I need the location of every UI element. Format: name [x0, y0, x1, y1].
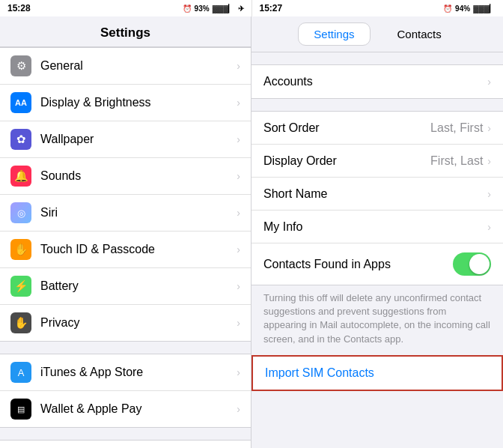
right-battery-icon: ▓▓▓▏: [473, 4, 496, 13]
import-sim-label: Import SIM Contacts: [265, 366, 374, 380]
short-name-label: Short Name: [263, 187, 487, 201]
sort-order-label: Sort Order: [263, 121, 430, 135]
touch-id-chevron: ›: [237, 243, 240, 255]
sidebar-item-general[interactable]: ⚙ General ›: [0, 48, 251, 85]
wallet-chevron: ›: [237, 403, 240, 415]
short-name-item[interactable]: Short Name ›: [252, 178, 503, 211]
right-time: 15:27: [260, 3, 283, 13]
right-panel: Settings Contacts Accounts › Sort Order …: [252, 16, 503, 448]
alarm-icon: ⏰: [183, 4, 192, 13]
left-battery-icon: ▓▓▓▏: [213, 4, 235, 13]
display-label: Display & Brightness: [40, 96, 237, 109]
spacer-1: [0, 342, 251, 354]
sounds-label: Sounds: [40, 169, 237, 183]
sounds-chevron: ›: [237, 170, 240, 182]
tab-contacts[interactable]: Contacts: [382, 23, 457, 45]
left-status-icons: ⏰ 93% ▓▓▓▏ ✈: [183, 4, 244, 13]
left-time: 15:28: [7, 3, 31, 13]
siri-chevron: ›: [237, 207, 240, 219]
import-sim-section: Import SIM Contacts: [252, 355, 503, 391]
sidebar-item-mail[interactable]: ✉ Mail ›: [0, 441, 251, 448]
my-info-label: My Info: [263, 220, 487, 234]
tab-settings[interactable]: Settings: [298, 22, 370, 46]
siri-label: Siri: [40, 206, 237, 220]
spacer-right-1: [252, 52, 503, 64]
right-content[interactable]: Accounts › Sort Order Last, First › Disp…: [252, 52, 503, 448]
display-order-value: First, Last: [430, 154, 483, 168]
general-label: General: [40, 59, 237, 73]
sidebar-item-display[interactable]: AA Display & Brightness ›: [0, 85, 251, 121]
touch-id-label: Touch ID & Passcode: [40, 243, 237, 256]
settings-group-2: A iTunes & App Store › ▤ Wallet & Apple …: [0, 354, 251, 428]
battery-label: Battery: [40, 279, 237, 293]
sidebar-item-privacy[interactable]: ✋ Privacy ›: [0, 305, 251, 341]
touch-id-icon: ✋: [10, 239, 31, 260]
privacy-label: Privacy: [40, 316, 237, 330]
accounts-item[interactable]: Accounts ›: [252, 65, 503, 98]
contacts-found-label: Contacts Found in Apps: [263, 258, 453, 271]
alarm-icon-right: ⏰: [443, 4, 452, 13]
sidebar-item-wallet[interactable]: ▤ Wallet & Apple Pay ›: [0, 391, 251, 427]
sidebar-item-battery[interactable]: ⚡ Battery ›: [0, 268, 251, 305]
right-status-bar: 15:27 ⏰ 94% ▓▓▓▏: [252, 0, 504, 16]
display-chevron: ›: [237, 97, 240, 109]
display-icon: AA: [10, 92, 31, 113]
import-sim-item[interactable]: Import SIM Contacts: [253, 357, 502, 390]
right-battery-text: 94%: [455, 4, 470, 13]
short-name-chevron: ›: [487, 188, 491, 200]
right-group-settings: Sort Order Last, First › Display Order F…: [252, 111, 503, 285]
battery-icon: ⚡: [10, 276, 31, 297]
left-status-bar: 15:28 ⏰ 93% ▓▓▓▏ ✈: [0, 0, 252, 16]
right-group-accounts: Accounts ›: [252, 64, 503, 99]
wallet-label: Wallet & Apple Pay: [40, 402, 237, 416]
wallpaper-chevron: ›: [237, 133, 240, 145]
contacts-found-item[interactable]: Contacts Found in Apps: [252, 243, 503, 285]
privacy-icon: ✋: [10, 312, 31, 333]
sidebar-item-siri[interactable]: ◎ Siri ›: [0, 195, 251, 231]
itunes-chevron: ›: [237, 366, 240, 378]
sidebar-item-sounds[interactable]: 🔔 Sounds ›: [0, 158, 251, 195]
accounts-chevron: ›: [487, 76, 491, 88]
main-content: Settings ⚙ General › AA Display & Bright…: [0, 16, 503, 448]
settings-group-3: ✉ Mail › 👤 Contacts › 📅 Calendar ›: [0, 440, 251, 448]
display-order-item[interactable]: Display Order First, Last ›: [252, 145, 503, 178]
accounts-label: Accounts: [263, 75, 487, 88]
airplane-icon: ✈: [238, 4, 244, 13]
sort-order-value: Last, First: [430, 121, 483, 135]
general-icon: ⚙: [10, 55, 31, 76]
my-info-chevron: ›: [487, 221, 491, 233]
wallpaper-label: Wallpaper: [40, 133, 237, 146]
privacy-chevron: ›: [237, 317, 240, 329]
sidebar-item-wallpaper[interactable]: ✿ Wallpaper ›: [0, 121, 251, 158]
wallet-icon: ▤: [10, 399, 31, 420]
contacts-found-toggle[interactable]: [453, 252, 491, 276]
spacer-right-2: [252, 99, 503, 111]
left-battery-text: 93%: [195, 4, 210, 13]
sort-order-chevron: ›: [487, 122, 491, 134]
sort-order-item[interactable]: Sort Order Last, First ›: [252, 112, 503, 145]
my-info-item[interactable]: My Info ›: [252, 211, 503, 243]
left-panel: Settings ⚙ General › AA Display & Bright…: [0, 16, 252, 448]
left-panel-header: Settings: [0, 16, 251, 47]
sidebar-item-touch-id[interactable]: ✋ Touch ID & Passcode ›: [0, 231, 251, 268]
siri-icon: ◎: [10, 202, 31, 223]
wallpaper-icon: ✿: [10, 129, 31, 150]
status-bars: 15:28 ⏰ 93% ▓▓▓▏ ✈ 15:27 ⏰ 94% ▓▓▓▏: [0, 0, 503, 16]
general-chevron: ›: [237, 60, 240, 72]
left-panel-title: Settings: [12, 25, 239, 40]
display-order-label: Display Order: [263, 154, 430, 168]
right-status-icons: ⏰ 94% ▓▓▓▏: [443, 4, 496, 13]
settings-list[interactable]: ⚙ General › AA Display & Brightness › ✿ …: [0, 47, 251, 448]
right-header: Settings Contacts: [252, 16, 503, 52]
itunes-icon: A: [10, 362, 31, 383]
itunes-label: iTunes & App Store: [40, 366, 237, 379]
settings-group-1: ⚙ General › AA Display & Brightness › ✿ …: [0, 47, 251, 342]
display-order-chevron: ›: [487, 155, 491, 167]
spacer-2: [0, 428, 251, 440]
contacts-found-description: Turning this off will delete any unconfi…: [252, 285, 503, 355]
sidebar-item-itunes[interactable]: A iTunes & App Store ›: [0, 354, 251, 391]
battery-chevron: ›: [237, 280, 240, 292]
sounds-icon: 🔔: [10, 166, 31, 187]
